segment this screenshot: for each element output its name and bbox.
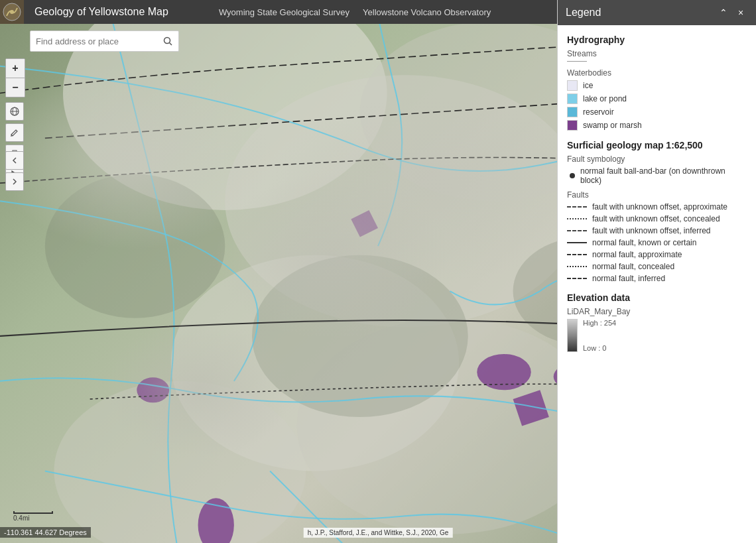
- legend-streams-label: Streams: [567, 49, 747, 58]
- legend-fault-unknown-concealed-text: fault with unknown offset, concealed: [592, 214, 720, 223]
- legend-body: Hydrography Streams Waterbodies ice lake…: [558, 25, 756, 543]
- fault-dashed-symbol: [567, 206, 587, 208]
- elevation-high-label: High : 254: [583, 319, 616, 327]
- legend-fault-ball-text: normal fault ball-and-bar (on downthrown…: [580, 166, 747, 185]
- forward-button[interactable]: [5, 172, 24, 191]
- link-wsgs[interactable]: Wyoming State Geological Survey: [219, 7, 349, 17]
- fault-dashed2-symbol: [567, 230, 587, 231]
- svg-point-28: [164, 38, 170, 44]
- search-icon: [163, 36, 172, 46]
- fault-solid-symbol: [567, 242, 587, 243]
- legend-title: Legend: [566, 7, 601, 19]
- scale-label: 0.4mi: [13, 514, 29, 522]
- back-button[interactable]: [5, 151, 24, 170]
- fault-ball-symbol: [570, 173, 575, 178]
- legend-normal-fault-approx: normal fault, approximate: [567, 250, 747, 259]
- legend-reservoir-item: reservoir: [567, 107, 747, 117]
- legend-elevation-title: Elevation data: [567, 292, 747, 303]
- map-zoom-toolbar: + −: [5, 58, 25, 97]
- svg-line-29: [170, 43, 172, 46]
- legend-ice-item: ice: [567, 80, 747, 91]
- svg-point-1: [10, 10, 14, 14]
- search-button[interactable]: [157, 31, 178, 51]
- legend-fault-unknown-inferred-text: fault with unknown offset, inferred: [592, 226, 711, 235]
- legend-elevation-item: High : 254 Low : 0: [567, 319, 747, 352]
- legend-normal-fault-approx-text: normal fault, approximate: [592, 250, 682, 259]
- globe-tool-button[interactable]: [5, 102, 24, 121]
- legend-close-button[interactable]: ×: [733, 5, 748, 20]
- pencil-tool-button[interactable]: [5, 123, 24, 142]
- back-arrow-icon: [11, 156, 19, 164]
- zoom-out-button[interactable]: −: [6, 78, 25, 97]
- legend-stream-item: [567, 61, 747, 62]
- legend-lidar-label: LiDAR_Mary_Bay: [567, 307, 747, 316]
- ice-swatch: [567, 80, 578, 91]
- app-logo: [0, 0, 24, 24]
- search-bar: [30, 30, 179, 52]
- legend-fault-symbology-label: Fault symbology: [567, 154, 747, 164]
- legend-normal-fault-concealed-text: normal fault, concealed: [592, 262, 674, 271]
- legend-lake-label: lake or pond: [583, 94, 627, 103]
- zoom-in-button[interactable]: +: [6, 59, 25, 78]
- fault-dotted-symbol: [567, 218, 587, 219]
- legend-panel: Legend ⌃ × Hydrography Streams Waterbodi…: [557, 0, 756, 543]
- pencil-icon: [10, 128, 19, 137]
- fault-dashed3-symbol: [567, 254, 587, 255]
- legend-fault-ball-item: normal fault ball-and-bar (on downthrown…: [567, 166, 747, 185]
- attribution-bar: h, J.P., Stafford, J.E., and Wittke, S.J…: [304, 528, 453, 538]
- legend-normal-fault-inferred: normal fault, inferred: [567, 274, 747, 283]
- legend-swamp-item: swamp or marsh: [567, 120, 747, 131]
- page-title: Geology of Yellowstone Map: [24, 6, 179, 18]
- reservoir-swatch: [567, 107, 578, 117]
- legend-waterbodies-label: Waterbodies: [567, 68, 747, 78]
- elevation-low-label: Low : 0: [583, 344, 616, 352]
- legend-fault-unknown-concealed: fault with unknown offset, concealed: [567, 214, 747, 223]
- legend-header: Legend ⌃ ×: [558, 0, 756, 25]
- legend-controls: ⌃ ×: [716, 5, 748, 20]
- legend-normal-fault-certain: normal fault, known or certain: [567, 238, 747, 247]
- nav-arrows: [5, 151, 24, 194]
- swamp-swatch: [567, 120, 578, 131]
- fault-dotted2-symbol: [567, 266, 587, 267]
- legend-fault-unknown-inferred: fault with unknown offset, inferred: [567, 226, 747, 235]
- stream-symbol: [567, 61, 587, 62]
- legend-normal-fault-certain-text: normal fault, known or certain: [592, 238, 696, 247]
- elevation-gradient: [567, 319, 578, 352]
- legend-reservoir-label: reservoir: [583, 107, 614, 117]
- legend-faults-label: Faults: [567, 190, 747, 200]
- fault-dashed4-symbol: [567, 278, 587, 279]
- legend-collapse-button[interactable]: ⌃: [716, 5, 731, 20]
- legend-fault-unknown-approx-text: fault with unknown offset, approximate: [592, 202, 727, 211]
- search-input[interactable]: [31, 36, 157, 46]
- link-yvo[interactable]: Yellowstone Volcano Observatory: [363, 7, 491, 17]
- scale-line: [13, 511, 53, 514]
- legend-lake-item: lake or pond: [567, 93, 747, 104]
- legend-fault-unknown-approx: fault with unknown offset, approximate: [567, 202, 747, 211]
- legend-ice-label: ice: [583, 81, 593, 90]
- legend-normal-fault-concealed: normal fault, concealed: [567, 262, 747, 271]
- header-links: Wyoming State Geological Survey Yellowst…: [219, 7, 491, 17]
- lake-swatch: [567, 93, 578, 104]
- scale-bar: 0.4mi: [13, 511, 53, 522]
- legend-swamp-label: swamp or marsh: [583, 121, 642, 130]
- legend-surficial-title: Surficial geology map 1:62,500: [567, 140, 747, 151]
- globe-icon: [10, 107, 19, 116]
- legend-hydrography-title: Hydrography: [567, 34, 747, 45]
- elevation-labels: High : 254 Low : 0: [583, 319, 616, 352]
- forward-arrow-icon: [11, 178, 19, 186]
- legend-normal-fault-inferred-text: normal fault, inferred: [592, 274, 665, 283]
- coordinates-display: -110.361 44.627 Degrees: [0, 527, 91, 538]
- logo-icon: [3, 3, 21, 21]
- legend-waterbodies-section: Waterbodies ice lake or pond reservoir s…: [567, 68, 747, 131]
